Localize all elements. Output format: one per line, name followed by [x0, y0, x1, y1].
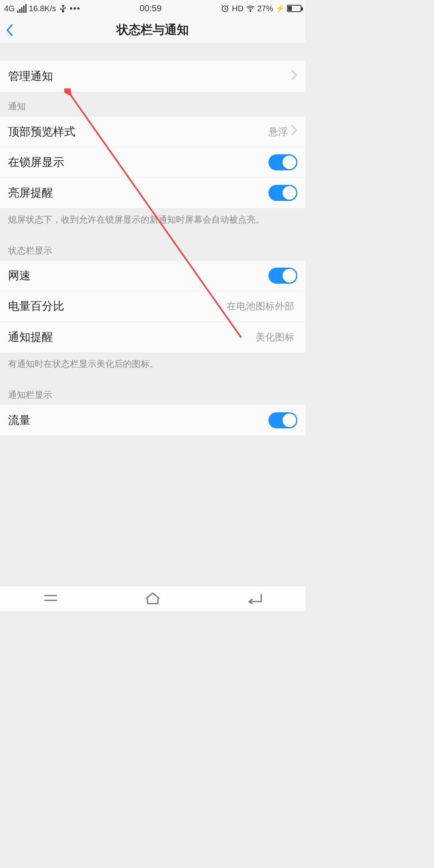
chevron-left-icon: [6, 23, 14, 37]
charging-icon: ⚡: [276, 4, 285, 13]
row-manage-notifications[interactable]: 管理通知: [0, 61, 305, 92]
row-value: 悬浮: [268, 125, 288, 138]
row-show-on-lockscreen: 在锁屏显示: [0, 147, 305, 178]
row-battery-percent[interactable]: 电量百分比 在电池图标外部: [0, 291, 305, 322]
row-value: 在电池图标外部: [227, 300, 294, 313]
row-notification-reminder[interactable]: 通知提醒 美化图标: [0, 322, 305, 352]
row-label: 电量百分比: [8, 299, 227, 314]
svg-point-0: [62, 11, 64, 12]
section-header-notifpanel: 通知栏显示: [0, 380, 305, 405]
status-bar-left: 4G 16.8K/s •••: [4, 4, 81, 13]
spacer: [0, 43, 305, 61]
more-icon: •••: [70, 4, 81, 13]
signal-icon: [17, 4, 27, 13]
section-header-statusbar: 状态栏显示: [0, 236, 305, 261]
chevron-right-icon: [291, 125, 297, 139]
status-bar-time: 00:59: [139, 3, 162, 14]
network-type: 4G: [4, 4, 15, 13]
wifi-icon: [246, 4, 255, 13]
battery-icon: [287, 5, 301, 12]
battery-percent: 27%: [257, 4, 273, 13]
section-header-notifications: 通知: [0, 92, 305, 117]
row-netspeed: 网速: [0, 261, 305, 291]
page-title: 状态栏与通知: [117, 22, 189, 38]
row-label: 在锁屏显示: [8, 155, 268, 170]
row-label: 管理通知: [8, 69, 291, 84]
back-button[interactable]: [6, 17, 14, 43]
status-bar-right: HD 27% ⚡: [221, 4, 301, 13]
row-top-preview-style[interactable]: 顶部预览样式 悬浮: [0, 117, 305, 147]
toggle-netspeed[interactable]: [268, 268, 297, 284]
hd-indicator: HD: [232, 4, 244, 13]
toggle-wake-screen[interactable]: [268, 185, 297, 201]
row-label: 通知提醒: [8, 330, 256, 345]
nav-back-button[interactable]: [247, 592, 263, 606]
row-wake-screen: 亮屏提醒: [0, 178, 305, 208]
status-bar: 4G 16.8K/s ••• 00:59 HD 27% ⚡: [0, 0, 305, 17]
section-desc-statusbar: 有通知时在状态栏显示美化后的图标。: [0, 352, 305, 380]
row-label: 亮屏提醒: [8, 185, 268, 201]
page-header: 状态栏与通知: [0, 17, 305, 43]
alarm-icon: [221, 4, 229, 13]
chevron-right-icon: [291, 70, 297, 84]
section-desc-notifications: 熄屏状态下，收到允许在锁屏显示的新通知时屏幕会自动被点亮。: [0, 208, 305, 236]
navigation-bar: [0, 586, 305, 611]
toggle-show-on-lockscreen[interactable]: [268, 154, 297, 170]
nav-home-button[interactable]: [144, 592, 161, 606]
row-data: 流量: [0, 405, 305, 436]
row-label: 网速: [8, 268, 268, 283]
toggle-data[interactable]: [268, 412, 297, 428]
usb-icon: [59, 4, 68, 13]
row-value: 美化图标: [256, 331, 294, 344]
net-speed: 16.8K/s: [29, 4, 56, 13]
nav-recent-button[interactable]: [43, 592, 59, 605]
svg-point-2: [250, 10, 251, 12]
row-label: 流量: [8, 413, 268, 428]
row-label: 顶部预览样式: [8, 124, 268, 139]
